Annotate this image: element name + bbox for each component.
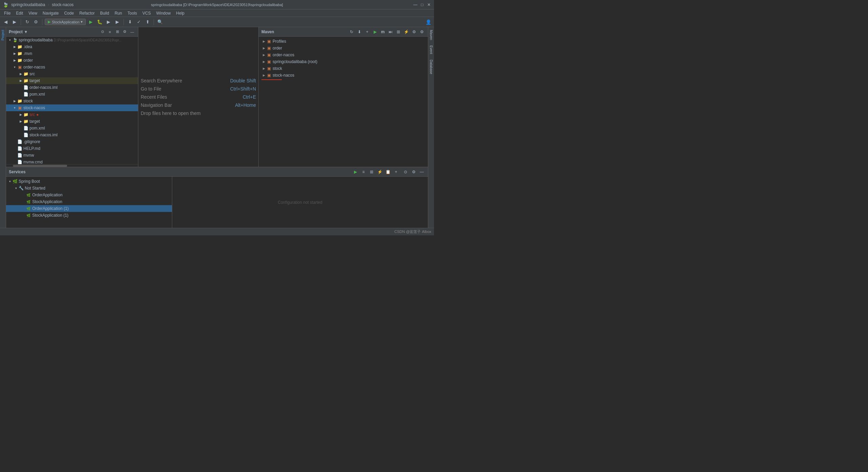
services-run-btn[interactable]: ▶ <box>352 169 359 175</box>
collapse-all-btn[interactable]: ≡ <box>107 29 113 35</box>
menu-code[interactable]: Code <box>61 10 77 16</box>
minimize-btn[interactable]: — <box>413 2 418 7</box>
svc-stock-app-1[interactable]: ▶ 🌿 StockApplication (1) <box>6 212 172 219</box>
tree-idea[interactable]: ▶ 📁 .idea <box>6 43 138 50</box>
tree-order-nacos[interactable]: ▾ ▣ order-nacos <box>6 64 138 71</box>
maven-skip-btn[interactable]: ⏭ <box>387 28 394 35</box>
services-header: Services ▶ ≡ ⊞ ⚡ 📋 + ⊙ ⚙ — <box>6 167 428 177</box>
svc-not-started[interactable]: ▾ 🔧 Not Started <box>6 185 172 192</box>
maven-stock[interactable]: ▶ ▣ stock <box>259 65 428 72</box>
file-tab[interactable]: stock-nacos <box>52 2 74 7</box>
avatar-btn[interactable]: 👤 <box>425 18 432 26</box>
tree-gitignore[interactable]: ▶ 📄 .gitignore <box>6 138 138 145</box>
menu-build[interactable]: Build <box>97 10 112 16</box>
close-btn[interactable]: ✕ <box>427 2 431 7</box>
maven-stock-nacos[interactable]: ▶ ▣ stock-nacos <box>259 72 428 79</box>
maven-order-nacos[interactable]: ▶ ▣ order-nacos <box>259 52 428 58</box>
tree-stock-nacos-src[interactable]: ▶ 📁 src ● <box>6 111 138 118</box>
maven-root[interactable]: ▶ ▣ springcloudalibaba (root) <box>259 58 428 65</box>
hint-recent-key[interactable]: Ctrl+E <box>243 94 256 100</box>
right-tab-maven[interactable]: Maven <box>429 27 434 43</box>
tree-order-nacos-src[interactable]: ▶ 📁 src <box>6 71 138 77</box>
tree-mvnw[interactable]: ▶ 📄 mvnw <box>6 152 138 159</box>
project-scrollbar-thumb[interactable] <box>13 165 67 167</box>
menu-vcs[interactable]: VCS <box>140 10 154 16</box>
refresh-btn[interactable]: ↻ <box>23 18 31 26</box>
services-close-btn[interactable]: — <box>418 169 425 175</box>
services-expand-btn[interactable]: ⊙ <box>402 169 409 175</box>
debug-btn[interactable]: 🐛 <box>96 18 103 26</box>
maven-m-btn[interactable]: m <box>379 28 386 35</box>
tree-stock-nacos-pom[interactable]: ▶ 📄 pom.xml <box>6 125 138 132</box>
maven-order[interactable]: ▶ ▣ order <box>259 45 428 52</box>
services-collapse-btn[interactable]: ≡ <box>360 169 367 175</box>
search-everywhere-btn[interactable]: 🔍 <box>156 18 164 26</box>
menu-navigate[interactable]: Navigate <box>40 10 61 16</box>
back-btn[interactable]: ◀ <box>2 18 9 26</box>
forward-btn[interactable]: ▶ <box>11 18 18 26</box>
maven-settings3-btn[interactable]: ⚙ <box>418 28 425 35</box>
maven-run-btn[interactable]: ▶ <box>372 28 378 35</box>
run-config-selector[interactable]: ▶ StockApplication ▾ <box>45 19 86 25</box>
services-settings-btn[interactable]: ⚙ <box>410 169 417 175</box>
sidebar-project-tab[interactable]: Project <box>0 27 5 43</box>
project-scrollbar[interactable] <box>6 164 138 167</box>
services-filter-btn[interactable]: ⚡ <box>376 169 383 175</box>
services-content: Configuration not started <box>172 177 428 228</box>
menu-file[interactable]: File <box>1 10 13 16</box>
right-tab-database[interactable]: Database <box>429 57 434 77</box>
svc-order-app[interactable]: ▶ 🌿 OrderApplication <box>6 192 172 198</box>
right-tab-event[interactable]: Event <box>429 43 434 57</box>
maven-reload-btn[interactable]: ↻ <box>348 28 355 35</box>
tree-helpmd[interactable]: ▶ 📄 HELP.md <box>6 145 138 152</box>
expand-btn[interactable]: ⊞ <box>114 29 120 35</box>
services-add-btn[interactable]: + <box>393 169 399 175</box>
settings-btn[interactable]: ⚙ <box>32 18 40 26</box>
svc-spring-boot[interactable]: ▾ 🌿 Spring Boot <box>6 178 172 185</box>
services-reg-btn[interactable]: 📋 <box>384 169 391 175</box>
maximize-btn[interactable]: □ <box>420 2 425 7</box>
project-panel-title: Project ▾ <box>9 29 27 34</box>
menu-window[interactable]: Window <box>154 10 174 16</box>
tree-stock-nacos[interactable]: ▾ ▣ stock-nacos <box>6 104 138 111</box>
vcs-push-btn[interactable]: ⬆ <box>144 18 151 26</box>
maven-toggle-btn[interactable]: ⊞ <box>395 28 402 35</box>
maven-filter-btn[interactable]: ⚡ <box>403 28 410 35</box>
vcs-update-btn[interactable]: ⬇ <box>126 18 134 26</box>
tree-order-nacos-iml[interactable]: ▶ 📄 order-nacos.iml <box>6 84 138 91</box>
maven-add-btn[interactable]: + <box>364 28 371 35</box>
hint-nav-key[interactable]: Alt+Home <box>235 102 256 108</box>
hint-file-key[interactable]: Ctrl+Shift+N <box>230 86 256 92</box>
project-dropdown-arrow[interactable]: ▾ <box>25 29 27 34</box>
project-settings-btn[interactable]: ⚙ <box>122 29 128 35</box>
maven-download-btn[interactable]: ⬇ <box>356 28 363 35</box>
svc-stock-app[interactable]: ▶ 🌿 StockApplication <box>6 198 172 205</box>
maven-settings2-btn[interactable]: ⚙ <box>411 28 417 35</box>
tree-stock-nacos-target[interactable]: ▶ 📁 target <box>6 118 138 125</box>
tree-order-nacos-pom[interactable]: ▶ 📄 pom.xml <box>6 91 138 98</box>
menu-edit[interactable]: Edit <box>13 10 26 16</box>
svc-order-app-1[interactable]: ▶ 🌿 OrderApplication (1) <box>6 205 172 212</box>
services-group-btn[interactable]: ⊞ <box>368 169 375 175</box>
tree-mvn[interactable]: ▶ 📁 .mvn <box>6 50 138 57</box>
tree-stock[interactable]: ▶ 📁 stock <box>6 98 138 104</box>
coverage-btn[interactable]: ▶ <box>105 18 112 26</box>
project-close-btn[interactable]: — <box>129 29 135 35</box>
maven-profiles[interactable]: ▶ ▣ Profiles <box>259 38 428 45</box>
menu-help[interactable]: Help <box>173 10 187 16</box>
tree-root[interactable]: ▾ 🍃 springcloudalibaba D:\ProgramWorkSpa… <box>6 37 138 43</box>
menu-view[interactable]: View <box>26 10 40 16</box>
run-btn[interactable]: ▶ <box>87 18 95 26</box>
tree-order-nacos-target[interactable]: ▶ 📁 target <box>6 77 138 84</box>
vcs-commit-btn[interactable]: ✓ <box>135 18 142 26</box>
menu-tools[interactable]: Tools <box>125 10 140 16</box>
tree-stock-nacos-iml[interactable]: ▶ 📄 stock-nacos.iml <box>6 132 138 138</box>
locate-btn[interactable]: ⊙ <box>99 29 105 35</box>
menu-refactor[interactable]: Refactor <box>77 10 97 16</box>
menu-run[interactable]: Run <box>112 10 125 16</box>
project-tab[interactable]: springcloudalibaba <box>11 2 45 7</box>
tree-mvnwcmd[interactable]: ▶ 📄 mvnw.cmd <box>6 159 138 164</box>
tree-order[interactable]: ▶ 📁 order <box>6 57 138 64</box>
profile-btn[interactable]: ▶ <box>114 18 121 26</box>
hint-search-key[interactable]: Double Shift <box>230 78 256 83</box>
